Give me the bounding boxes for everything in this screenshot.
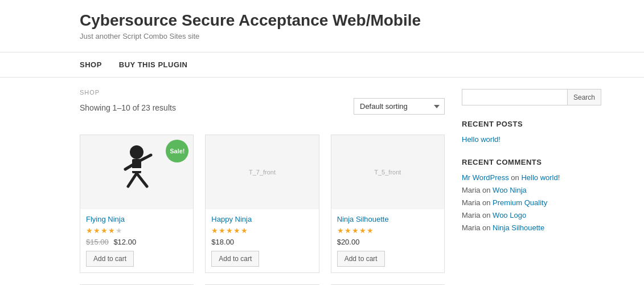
sidebar-recent-comments: RECENT COMMENTS Mr WordPress on Hello wo… — [462, 158, 564, 233]
flying-ninja-svg — [120, 141, 154, 203]
svg-line-5 — [137, 173, 147, 186]
product-name[interactable]: Flying Ninja — [86, 215, 187, 223]
comment-author-text: Maria — [462, 211, 481, 219]
results-text: Showing 1–10 of 23 results — [80, 103, 176, 112]
comment-item: Maria on Premium Quality — [462, 198, 564, 207]
site-title: Cybersource Secure Acceptance Web/Mobile — [80, 11, 627, 30]
recent-comments-title: RECENT COMMENTS — [462, 158, 564, 166]
main-content: SHOP Showing 1–10 of 23 results Default … — [80, 89, 445, 285]
product-image-happy-ninja: T_7_front — [206, 135, 318, 209]
product-stars: ★ ★ ★ ★ ★ — [86, 226, 187, 235]
comment-post-link[interactable]: Woo Ninja — [493, 186, 527, 194]
sidebar: Search RECENT POSTS Hello world! RECENT … — [462, 89, 564, 285]
product-price: $15.00 $12.00 — [86, 238, 187, 246]
shop-section-label: SHOP — [80, 89, 445, 96]
product-image-flying-ninja: Sale! — [80, 135, 193, 209]
product-stars: ★ ★ ★ ★ ★ — [211, 226, 313, 235]
comment-post-link[interactable]: Premium Quality — [493, 198, 547, 207]
comment-author-text: Maria — [462, 186, 481, 194]
nav-item-buy-plugin[interactable]: BUY THIS PLUGIN — [119, 52, 188, 77]
sort-select[interactable]: Default sorting Sort by popularity Sort … — [354, 98, 445, 115]
search-button[interactable]: Search — [568, 89, 601, 105]
product-price: $20.00 — [337, 238, 438, 246]
add-to-cart-button[interactable]: Add to cart — [337, 251, 385, 267]
comment-author-text: Maria — [462, 223, 481, 232]
products-grid: Sale! — [80, 135, 445, 273]
search-input[interactable] — [462, 89, 568, 105]
svg-line-6 — [128, 173, 137, 186]
nav-bar: SHOP BUY THIS PLUGIN — [0, 52, 644, 78]
comment-post-link[interactable]: Ninja Silhouette — [493, 223, 544, 232]
recent-posts-title: RECENT POSTS — [462, 120, 564, 128]
sidebar-search: Search — [462, 89, 564, 105]
product-card: Sale! — [80, 135, 194, 273]
product-image-ninja-silhouette: T_5_front — [331, 135, 444, 209]
comment-item: Maria on Woo Logo — [462, 211, 564, 220]
product-info: Ninja Silhouette ★ ★ ★ ★ ★ $20.00 Add to… — [331, 209, 444, 272]
sidebar-recent-posts: RECENT POSTS Hello world! — [462, 120, 564, 144]
product-card: T_5_front Ninja Silhouette ★ ★ ★ ★ ★ $20… — [331, 135, 445, 273]
sale-badge: Sale! — [166, 140, 188, 162]
sort-bar: Default sorting Sort by popularity Sort … — [354, 98, 445, 115]
product-img-label: T_7_front — [249, 169, 276, 176]
content-area: SHOP Showing 1–10 of 23 results Default … — [0, 78, 644, 285]
svg-point-0 — [130, 145, 143, 159]
product-info: Happy Ninja ★ ★ ★ ★ ★ $18.00 Add to cart — [206, 209, 318, 272]
site-tagline: Just another Script Combo Sites site — [80, 32, 627, 40]
product-name[interactable]: Ninja Silhouette — [337, 215, 438, 223]
product-price: $18.00 — [211, 238, 313, 246]
page-wrapper: Cybersource Secure Acceptance Web/Mobile… — [0, 0, 644, 285]
add-to-cart-button[interactable]: Add to cart — [86, 251, 134, 267]
comment-post-link[interactable]: Hello world! — [521, 173, 560, 182]
comment-item: Maria on Woo Ninja — [462, 186, 564, 195]
comment-author-link[interactable]: Mr WordPress — [462, 173, 509, 182]
comment-post-link[interactable]: Woo Logo — [493, 211, 526, 219]
add-to-cart-button[interactable]: Add to cart — [211, 251, 259, 267]
product-stars: ★ ★ ★ ★ ★ — [337, 226, 438, 235]
nav-item-shop[interactable]: SHOP — [80, 52, 102, 77]
product-img-label: T_5_front — [374, 169, 401, 176]
header: Cybersource Secure Acceptance Web/Mobile… — [0, 0, 644, 46]
comment-author-text: Maria — [462, 198, 481, 207]
recent-post-link[interactable]: Hello world! — [462, 135, 564, 144]
comment-item: Maria on Ninja Silhouette — [462, 223, 564, 233]
product-info: Flying Ninja ★ ★ ★ ★ ★ $15.00 $12.00 A — [80, 209, 193, 272]
product-card: T_7_front Happy Ninja ★ ★ ★ ★ ★ $18.00 — [205, 135, 319, 273]
product-name[interactable]: Happy Ninja — [211, 215, 313, 223]
comment-item: Mr WordPress on Hello world! — [462, 173, 564, 182]
svg-rect-2 — [131, 168, 142, 171]
